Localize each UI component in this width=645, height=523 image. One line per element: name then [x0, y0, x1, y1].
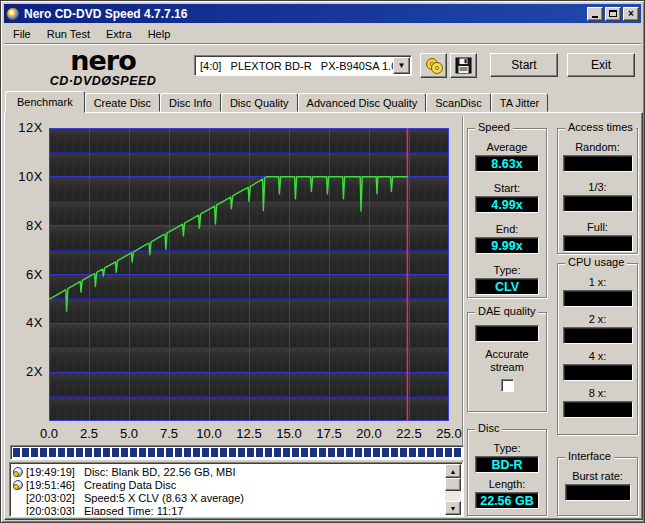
- accurate-stream-label-line1: Accurate: [468, 348, 546, 361]
- lcd-display: [563, 235, 633, 252]
- tab-scandisc[interactable]: ScanDisc: [426, 93, 490, 112]
- log-timestamp: [19:51:46]: [26, 479, 75, 491]
- minimize-button[interactable]: [587, 7, 603, 21]
- access-times-group: Access times Random:1/3:Full:: [557, 128, 638, 254]
- x-axis-tick: 2.5: [72, 426, 106, 441]
- lcd-display: 9.99x: [475, 237, 539, 254]
- y-axis-tick: 12X: [9, 120, 43, 135]
- y-axis-tick: 4X: [9, 315, 43, 330]
- log-entry: [19:49:19]Disc: Blank BD, 22.56 GB, MBI: [12, 465, 444, 478]
- field-label: 2 x:: [558, 313, 637, 325]
- menu-item-extra[interactable]: Extra: [98, 25, 140, 43]
- y-axis-tick: 6X: [9, 267, 43, 282]
- disc-group: Disc Type:BD-RLength:22.56 GB: [467, 429, 547, 516]
- speed-group: Speed Average8.63xStart:4.99xEnd:9.99xTy…: [467, 128, 547, 298]
- menu-bar: FileRun TestExtraHelp: [4, 24, 641, 44]
- lcd-field: 4 x:: [558, 350, 637, 381]
- log-list: [19:49:19]Disc: Blank BD, 22.56 GB, MBI[…: [12, 465, 444, 515]
- log-timestamp: [20:03:02]: [26, 492, 75, 504]
- log-entry: [19:51:46]Creating Data Disc: [12, 478, 444, 491]
- eject-disc-button[interactable]: [420, 53, 447, 78]
- maximize-icon: [609, 10, 617, 17]
- lcd-display: [565, 484, 631, 501]
- lcd-field: Full:: [558, 221, 637, 252]
- app-icon: [6, 7, 20, 21]
- x-axis-tick: 0.0: [32, 426, 66, 441]
- access-times-group-title: Access times: [565, 121, 636, 133]
- lcd-display: [475, 325, 539, 342]
- lcd-display: CLV: [475, 278, 539, 295]
- lcd-field: 2 x:: [558, 313, 637, 344]
- cddvdspeed-logo-word: CD·DVDØSPEED: [35, 75, 171, 88]
- x-axis-tick: 25.0: [432, 426, 466, 441]
- benchmark-chart: 2X4X6X8X10X12X0.02.55.07.510.012.515.017…: [49, 128, 449, 421]
- field-label: Type:: [468, 264, 546, 276]
- tab-benchmark[interactable]: Benchmark: [5, 91, 85, 113]
- log-scrollbar[interactable]: ▲ ▼: [445, 464, 461, 515]
- tab-create-disc[interactable]: Create Disc: [85, 93, 160, 112]
- log-message: Speed:5 X CLV (8.63 X average): [84, 492, 244, 504]
- lcd-display: 22.56 GB: [475, 492, 539, 509]
- drive-select[interactable]: [4:0] PLEXTOR BD-R PX-B940SA 1.04 ▼: [194, 55, 412, 76]
- lcd-display: [563, 364, 633, 381]
- scroll-down-button[interactable]: ▼: [445, 501, 461, 515]
- log-timestamp: [19:49:19]: [26, 466, 75, 478]
- accurate-stream-label: Accurate stream: [468, 348, 546, 374]
- dae-quality-group: DAE quality Accurate stream: [467, 312, 547, 412]
- y-axis-tick: 2X: [9, 364, 43, 379]
- x-axis-tick: 22.5: [392, 426, 426, 441]
- accurate-stream-checkbox[interactable]: [501, 379, 514, 392]
- chevron-down-icon: ▼: [398, 61, 406, 70]
- x-axis-tick: 5.0: [112, 426, 146, 441]
- close-button[interactable]: ×: [623, 7, 639, 21]
- menu-item-help[interactable]: Help: [140, 25, 179, 43]
- app-window: Nero CD-DVD Speed 4.7.7.16 × FileRun Tes…: [0, 0, 645, 523]
- lcd-display: [563, 327, 633, 344]
- lcd-field: Type:CLV: [468, 264, 546, 295]
- log-entry: [20:03:03]Elapsed Time: 11:17: [12, 504, 444, 515]
- drive-select-dropdown-button[interactable]: ▼: [393, 57, 410, 74]
- x-axis-tick: 7.5: [152, 426, 186, 441]
- accurate-stream-label-line2: stream: [468, 361, 546, 374]
- tab-disc-info[interactable]: Disc Info: [160, 93, 221, 112]
- lcd-display: BD-R: [475, 456, 539, 473]
- lcd-display: [563, 401, 633, 418]
- lcd-field: Length:22.56 GB: [468, 478, 546, 509]
- lcd-display: [563, 290, 633, 307]
- nero-logo: nero CD·DVDØSPEED: [35, 47, 171, 88]
- scroll-up-icon: ▲: [450, 468, 457, 475]
- save-button[interactable]: [450, 53, 477, 78]
- field-label: Burst rate:: [558, 470, 637, 482]
- tab-disc-quality[interactable]: Disc Quality: [221, 93, 298, 112]
- lcd-field: Average8.63x: [468, 141, 546, 172]
- nero-logo-word: nero: [35, 47, 171, 74]
- menu-item-file[interactable]: File: [5, 25, 39, 43]
- maximize-button[interactable]: [605, 7, 621, 21]
- log-message: Disc: Blank BD, 22.56 GB, MBI: [84, 466, 236, 478]
- field-label: 1 x:: [558, 276, 637, 288]
- dae-quality-group-title: DAE quality: [475, 305, 538, 317]
- scrollbar-thumb[interactable]: [445, 478, 461, 491]
- field-label: Average: [468, 141, 546, 153]
- exit-button[interactable]: Exit: [567, 53, 635, 77]
- tab-ta-jitter[interactable]: TA Jitter: [491, 93, 549, 112]
- log-box: [19:49:19]Disc: Blank BD, 22.56 GB, MBI[…: [9, 462, 463, 517]
- minimize-icon: [592, 16, 598, 18]
- progress-fill: [13, 448, 461, 457]
- field-label: Random:: [558, 141, 637, 153]
- titlebar[interactable]: Nero CD-DVD Speed 4.7.7.16 ×: [4, 4, 641, 23]
- log-entry: [20:03:02]Speed:5 X CLV (8.63 X average): [12, 491, 444, 504]
- start-button[interactable]: Start: [490, 53, 558, 77]
- scroll-up-button[interactable]: ▲: [445, 464, 461, 478]
- cpu-usage-group-title: CPU usage: [565, 256, 627, 268]
- interface-group: Interface Burst rate:: [557, 457, 638, 516]
- tab-advanced-disc-quality[interactable]: Advanced Disc Quality: [298, 93, 427, 112]
- menu-item-run-test[interactable]: Run Test: [39, 25, 98, 43]
- x-axis-tick: 17.5: [312, 426, 346, 441]
- disc-icon: [13, 480, 23, 490]
- field-label: Length:: [468, 478, 546, 490]
- lcd-display: [563, 195, 633, 212]
- lcd-display: [563, 155, 633, 172]
- interface-group-title: Interface: [565, 450, 614, 462]
- lcd-field: End:9.99x: [468, 223, 546, 254]
